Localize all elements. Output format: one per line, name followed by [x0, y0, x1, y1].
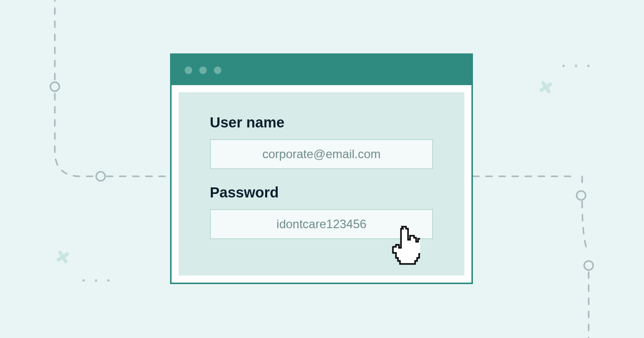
- svg-point-3: [96, 172, 105, 181]
- window-control-minimize-icon[interactable]: [199, 66, 207, 74]
- x-decor-icon: [537, 78, 555, 96]
- dots-decor-icon: . . .: [561, 54, 593, 70]
- svg-point-4: [577, 191, 586, 200]
- username-label: User name: [210, 114, 433, 131]
- illustration-stage: . . . . . . User name Password: [0, 0, 644, 338]
- window-titlebar: [172, 55, 471, 85]
- dots-decor-icon: . . .: [82, 269, 113, 284]
- x-decor-icon: [54, 248, 72, 266]
- window-control-zoom-icon[interactable]: [214, 66, 221, 74]
- password-label: Password: [210, 184, 433, 201]
- svg-point-2: [50, 82, 59, 91]
- username-input[interactable]: [210, 139, 433, 169]
- login-window: User name Password: [170, 53, 473, 284]
- login-form: User name Password: [179, 92, 464, 276]
- password-input[interactable]: [210, 209, 433, 239]
- window-control-close-icon[interactable]: [185, 66, 192, 74]
- svg-point-5: [584, 261, 593, 270]
